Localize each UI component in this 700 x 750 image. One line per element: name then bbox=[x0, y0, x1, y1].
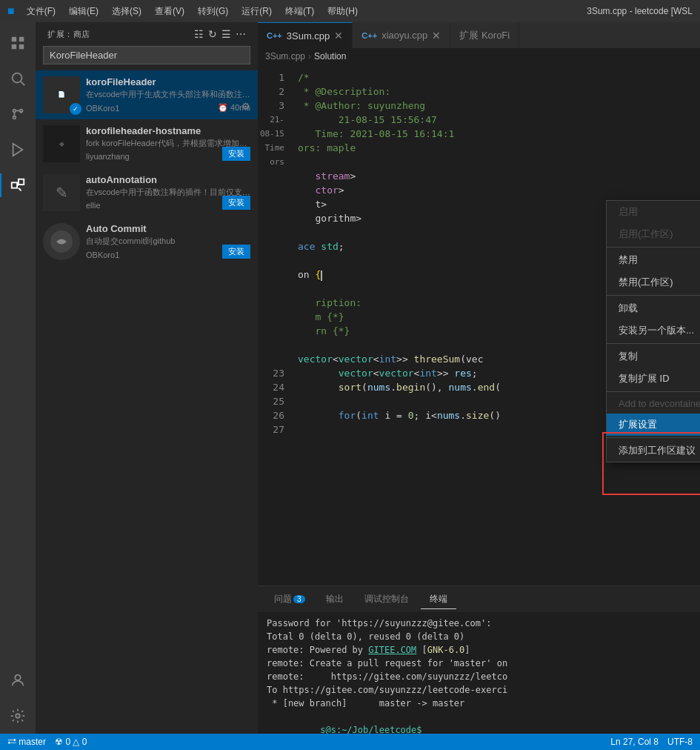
activity-explorer[interactable] bbox=[0, 25, 36, 61]
menu-view[interactable]: 查看(V) bbox=[149, 4, 190, 19]
menu-sep-4 bbox=[607, 391, 700, 392]
svg-line-5 bbox=[21, 82, 24, 85]
context-menu-overlay: 启用 启用(工作区) 禁用 禁用(工作区) 卸载 安装另一个版本... 复制 复… bbox=[258, 22, 700, 734]
menu-edit[interactable]: 编辑(E) bbox=[63, 4, 104, 19]
editor-area: C++ 3Sum.cpp ✕ C++ xiaoyu.cpp ✕ 扩展 KoroF… bbox=[258, 22, 700, 734]
git-branch[interactable]: ⮂ master bbox=[7, 737, 46, 747]
context-menu: 启用 启用(工作区) 禁用 禁用(工作区) 卸载 安装另一个版本... 复制 复… bbox=[606, 200, 700, 462]
activity-search[interactable] bbox=[0, 61, 36, 96]
extension-item-hostname[interactable]: ◆ korofileheader-hostname fork koroFileH… bbox=[36, 119, 258, 168]
menu-copy-id[interactable]: 复制扩展 ID bbox=[607, 368, 700, 390]
menu-extension-settings[interactable]: 扩展设置 bbox=[607, 414, 700, 436]
menu-sep-3 bbox=[607, 343, 700, 344]
koro-icon: 📄 ✓ bbox=[43, 76, 80, 113]
encoding[interactable]: UTF-8 bbox=[667, 737, 693, 747]
svg-rect-0 bbox=[12, 37, 16, 42]
svg-rect-1 bbox=[19, 37, 24, 42]
line-col[interactable]: Ln 27, Col 8 bbox=[610, 737, 659, 747]
svg-point-13 bbox=[15, 675, 20, 680]
menu-uninstall[interactable]: 卸载 bbox=[607, 297, 700, 319]
svg-rect-3 bbox=[19, 44, 24, 49]
menu-disable[interactable]: 禁用 bbox=[607, 249, 700, 271]
autoannotation-icon: ✎ bbox=[43, 174, 80, 211]
autocommit-author: OBKoro1 bbox=[86, 250, 119, 259]
main-layout: 扩展：商店 ☷ ↻ ☰ ⋯ 📄 ✓ koroFileHeader 在vscode… bbox=[0, 22, 700, 734]
menu-bar: 文件(F) 编辑(E) 选择(S) 查看(V) 转到(G) 运行(R) 终端(T… bbox=[21, 4, 364, 19]
svg-point-14 bbox=[16, 714, 20, 718]
koro-author: OBKoro1 bbox=[86, 104, 119, 113]
menu-select[interactable]: 选择(S) bbox=[106, 4, 147, 19]
svg-point-8 bbox=[13, 116, 16, 119]
menu-help[interactable]: 帮助(H) bbox=[321, 4, 364, 19]
svg-point-6 bbox=[13, 110, 16, 113]
activity-git[interactable] bbox=[0, 96, 36, 132]
menu-enable[interactable]: 启用 bbox=[607, 201, 700, 223]
svg-rect-12 bbox=[19, 179, 24, 185]
sidebar-actions: ☷ ↻ ☰ ⋯ bbox=[194, 28, 246, 40]
extension-list: 📄 ✓ koroFileHeader 在vscode中用于生成文件头部注释和函数… bbox=[36, 70, 258, 734]
search-input[interactable] bbox=[43, 46, 250, 64]
menu-copy[interactable]: 复制 bbox=[607, 345, 700, 368]
activity-account[interactable] bbox=[0, 663, 36, 698]
autoannotation-name: autoAnnotation bbox=[86, 174, 250, 185]
koro-meta: OBKoro1 ⏰ 40ms bbox=[86, 103, 250, 113]
menu-goto[interactable]: 转到(G) bbox=[192, 4, 234, 19]
koro-info: koroFileHeader 在vscode中用于生成文件头部注释和函数注释..… bbox=[86, 76, 250, 113]
extension-item-koro[interactable]: 📄 ✓ koroFileHeader 在vscode中用于生成文件头部注释和函数… bbox=[36, 70, 258, 119]
svg-rect-11 bbox=[12, 182, 17, 188]
installed-badge: ✓ bbox=[70, 103, 81, 115]
views-icon[interactable]: ☰ bbox=[221, 28, 231, 40]
vscode-icon: ■ bbox=[7, 4, 15, 18]
autocommit-name: Auto Commit bbox=[86, 223, 250, 234]
menu-file[interactable]: 文件(F) bbox=[21, 4, 61, 19]
menu-install-version[interactable]: 安装另一个版本... bbox=[607, 319, 700, 342]
menu-disable-workspace[interactable]: 禁用(工作区) bbox=[607, 271, 700, 293]
sidebar-title: 扩展：商店 bbox=[47, 29, 90, 40]
errors-count[interactable]: ☢ 0 △ 0 bbox=[55, 737, 87, 747]
more-icon[interactable]: ⋯ bbox=[236, 28, 246, 40]
koro-name: koroFileHeader bbox=[86, 76, 250, 87]
autocommit-icon bbox=[43, 223, 80, 260]
menu-sep-1 bbox=[607, 247, 700, 248]
status-right: Ln 27, Col 8 UTF-8 bbox=[610, 737, 693, 747]
menu-sep-2 bbox=[607, 295, 700, 296]
sidebar-header: 扩展：商店 ☷ ↻ ☰ ⋯ bbox=[36, 22, 258, 46]
hostname-author: liyuanzhang bbox=[86, 152, 130, 161]
koro-desc: 在vscode中用于生成文件头部注释和函数注释... bbox=[86, 89, 250, 100]
titlebar: ■ 文件(F) 编辑(E) 选择(S) 查看(V) 转到(G) 运行(R) 终端… bbox=[0, 0, 700, 22]
extension-item-autoannotation[interactable]: ✎ autoAnnotation 在vscode中用于函数注释的插件！目前仅支持… bbox=[36, 168, 258, 217]
menu-run[interactable]: 运行(R) bbox=[236, 4, 278, 19]
menu-add-devcontainer[interactable]: Add to devcontainer.json bbox=[607, 394, 700, 414]
svg-marker-10 bbox=[13, 144, 23, 156]
menu-terminal[interactable]: 终端(T) bbox=[279, 4, 320, 19]
activity-settings[interactable] bbox=[0, 698, 36, 734]
gear-icon[interactable]: ⚙ bbox=[241, 101, 250, 112]
activity-debug[interactable] bbox=[0, 132, 36, 167]
install-autoannotation-button[interactable]: 安装 bbox=[222, 196, 250, 210]
menu-enable-workspace[interactable]: 启用(工作区) bbox=[607, 223, 700, 245]
search-box bbox=[43, 46, 250, 64]
menu-add-workspace-rec[interactable]: 添加到工作区建议 bbox=[607, 439, 700, 462]
extension-item-autocommit[interactable]: Auto Commit 自动提交commit到github OBKoro1 ⇓ … bbox=[36, 217, 258, 266]
install-autocommit-button[interactable]: 安装 bbox=[222, 245, 250, 259]
activity-bar bbox=[0, 22, 36, 734]
svg-point-4 bbox=[13, 73, 22, 83]
autoannotation-author: ellie bbox=[86, 201, 101, 210]
svg-rect-2 bbox=[12, 44, 16, 49]
filter-icon[interactable]: ☷ bbox=[194, 28, 204, 40]
menu-sep-5 bbox=[607, 437, 700, 438]
hostname-name: korofileheader-hostname bbox=[86, 125, 250, 136]
activity-extensions[interactable] bbox=[0, 167, 36, 203]
status-bar: ⮂ master ☢ 0 △ 0 Ln 27, Col 8 UTF-8 bbox=[0, 734, 700, 750]
install-hostname-button[interactable]: 安装 bbox=[222, 147, 250, 161]
refresh-icon[interactable]: ↻ bbox=[208, 28, 217, 40]
window-title: 3Sum.cpp - leetcode [WSL bbox=[587, 6, 693, 16]
hostname-icon: ◆ bbox=[43, 125, 80, 162]
sidebar: 扩展：商店 ☷ ↻ ☰ ⋯ 📄 ✓ koroFileHeader 在vscode… bbox=[36, 22, 258, 734]
